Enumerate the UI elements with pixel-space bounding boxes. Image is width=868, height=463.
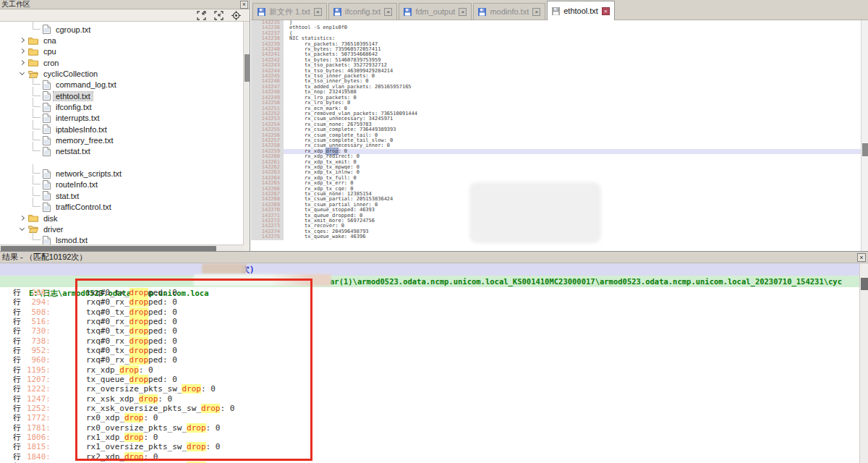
chevron-right-icon[interactable]: [20, 48, 25, 54]
row-line-number: 516:: [22, 317, 51, 326]
expand-sync-icon[interactable]: [197, 11, 206, 20]
floppy-disk-icon: [258, 8, 265, 16]
result-row[interactable]: 行952:txq#0_tx_dropped: 0: [0, 346, 859, 355]
result-row[interactable]: 行1806:rx1_xdp_drop: 0: [0, 433, 859, 442]
result-row[interactable]: 行1252:rx_xsk_oversize_pkts_sw_drop: 0: [0, 404, 859, 413]
chevron-down-icon[interactable]: [20, 226, 25, 232]
tab-ethtool-txt[interactable]: ethtool.txt×: [547, 1, 615, 20]
tree-item-cron[interactable]: cron: [0, 57, 244, 68]
row-line-number: 1207:: [22, 375, 51, 384]
tab--1-txt[interactable]: 新文件 1.txt×: [252, 3, 327, 20]
row-label: 行: [13, 326, 22, 336]
file-icon: [43, 191, 51, 200]
row-text: rx_xsk_oversize_pkts_sw_drop: 0: [86, 404, 234, 413]
result-row[interactable]: 行1207:tx_queue_dropped: 0: [0, 375, 859, 384]
match-highlight: drop: [187, 442, 206, 451]
tab-ifconfig-txt[interactable]: ifconfig.txt×: [328, 3, 398, 20]
results-vscroll-thumb[interactable]: [861, 278, 868, 290]
tab-label: 新文件 1.txt: [269, 7, 310, 17]
row-text-post: : 0: [143, 452, 158, 462]
tree-item-disk[interactable]: disk: [0, 213, 244, 224]
match-highlight: drop: [129, 307, 149, 317]
workspace-close-icon[interactable]: ×: [240, 1, 248, 9]
tab-close-icon[interactable]: ×: [532, 8, 540, 16]
result-row[interactable]: 行1840:rx2_xdp_drop: 0: [0, 452, 859, 462]
result-row[interactable]: 行738:rxq#0_rx_dropped: 0: [0, 336, 859, 346]
tree-item-trafficcontrol-txt[interactable]: trafficControl.txt: [0, 202, 244, 213]
result-row[interactable]: 行286:txq#0_tx_dropped: 0: [0, 288, 859, 297]
file-icon: [43, 25, 51, 34]
tree-hscroll-thumb[interactable]: [1, 246, 216, 251]
results-file-path[interactable]: E:\日志\armod0523.odata.ncmp.unicom.loca a…: [0, 276, 859, 287]
result-row[interactable]: 行1222:rx_oversize_pkts_sw_drop: 0: [0, 384, 859, 394]
results-vertical-scrollbar[interactable]: [859, 263, 868, 463]
tree-item-cgroup-txt[interactable]: cgroup.txt: [0, 24, 244, 35]
tab-close-icon[interactable]: ×: [602, 7, 610, 15]
row-text-pre: rx_xsk_oversize_pkts_sw_: [86, 404, 201, 413]
row-text-post: ped: 0: [148, 375, 177, 384]
tab-close-icon[interactable]: ×: [314, 8, 322, 16]
workspace-panel: 关工作区 × cgroup.txtcnacpucroncyclicCollect…: [0, 0, 250, 251]
result-row[interactable]: 行960:rxq#0_rx_dropped: 0: [0, 355, 859, 365]
result-row[interactable]: 行1195:rx_xdp_drop: 0: [0, 365, 859, 375]
chevron-down-icon[interactable]: [20, 71, 25, 77]
tree-item-cna[interactable]: cna: [0, 35, 244, 46]
result-row[interactable]: 行516:rxq#0_rx_dropped: 0: [0, 317, 859, 326]
tab-fdm-output[interactable]: fdm_output×: [399, 3, 472, 20]
results-header: 结果 - （匹配10192次） ×: [0, 252, 868, 263]
tab-close-icon[interactable]: ×: [459, 8, 467, 16]
row-label: 行: [13, 394, 22, 404]
file-icon: [43, 124, 51, 134]
result-row[interactable]: 行730:txq#0_tx_dropped: 0: [0, 326, 859, 336]
editor-vertical-scrollbar[interactable]: [861, 20, 868, 251]
editor-line[interactable]: 142275 tx_queue_wake: 46396: [251, 234, 861, 239]
editor-line[interactable]: 142236ethtool -S enp1s0f0: [251, 25, 861, 30]
editor-line[interactable]: 142237{: [251, 31, 861, 36]
line-text: tx_queue_wake: 46396: [284, 234, 365, 239]
row-text-post: ped: 0: [148, 336, 177, 346]
row-line-number: 1247:: [22, 394, 51, 404]
result-row[interactable]: 行1247:rx_xsk_xdp_drop: 0: [0, 394, 859, 404]
result-row[interactable]: 行1815:rx1_oversize_pkts_sw_drop: 0: [0, 442, 859, 451]
tree-item-label: disk: [41, 214, 60, 223]
tab-modinfo-txt[interactable]: modinfo.txt×: [473, 3, 545, 20]
editor-content[interactable]: 142235}142236ethtool -S enp1s0f0142237{1…: [251, 20, 861, 251]
collapse-sync-icon[interactable]: [214, 11, 224, 20]
tree-connector: [33, 197, 41, 207]
chevron-right-icon[interactable]: [20, 38, 25, 43]
row-text-pre: rx_oversize_pkts_sw_: [86, 384, 182, 394]
results-close-icon[interactable]: ×: [857, 253, 866, 262]
row-text-post: ped: 0: [148, 346, 177, 355]
result-row[interactable]: 行1772:rx0_xdp_drop: 0: [0, 413, 859, 422]
row-text: rx_oversize_pkts_sw_drop: 0: [86, 384, 216, 394]
row-line-number: 1840:: [22, 452, 51, 462]
row-text: rx_xsk_xdp_drop: 0: [86, 394, 172, 404]
results-list: 行286:txq#0_tx_dropped: 0行294:rxq#0_rx_dr…: [0, 288, 859, 463]
tree-item-lsmod-txt[interactable]: lsmod.txt: [0, 235, 244, 245]
result-row[interactable]: 行1781:rx0_oversize_pkts_sw_drop: 0: [0, 423, 859, 433]
row-text-pre: txq#0_tx_: [86, 346, 129, 355]
result-row[interactable]: 行294:rxq#0_rx_dropped: 0: [0, 297, 859, 307]
row-label: 行: [13, 404, 22, 413]
chevron-right-icon[interactable]: [20, 60, 25, 66]
match-highlight: drop: [129, 336, 149, 346]
tree-horizontal-scrollbar[interactable]: [0, 245, 244, 251]
tab-close-icon[interactable]: ×: [384, 8, 392, 16]
locate-file-icon[interactable]: [231, 11, 241, 20]
row-text-post: : 0: [158, 394, 172, 404]
result-row[interactable]: 行508:txq#0_tx_dropped: 0: [0, 307, 859, 317]
tree-vertical-scrollbar[interactable]: [243, 22, 250, 245]
tree-vscroll-thumb[interactable]: [244, 54, 250, 82]
match-highlight: drop: [129, 317, 149, 326]
tree-item-netstat-txt[interactable]: netstat.txt: [0, 146, 244, 157]
search-results-panel: 结果 - （匹配10192次） × 索 "drop" （1个文件中匹配到1019…: [0, 251, 868, 463]
chevron-right-icon[interactable]: [20, 216, 25, 221]
row-text-pre: rx0_xdp_: [86, 413, 124, 422]
tree-item-cpu[interactable]: cpu: [0, 46, 244, 57]
match-highlight: drop: [182, 384, 201, 394]
file-icon: [43, 169, 51, 179]
row-label: 行: [13, 413, 22, 422]
line-number: 142275: [251, 234, 284, 239]
row-label: 行: [13, 288, 22, 297]
editor-vscroll-thumb[interactable]: [862, 143, 868, 156]
